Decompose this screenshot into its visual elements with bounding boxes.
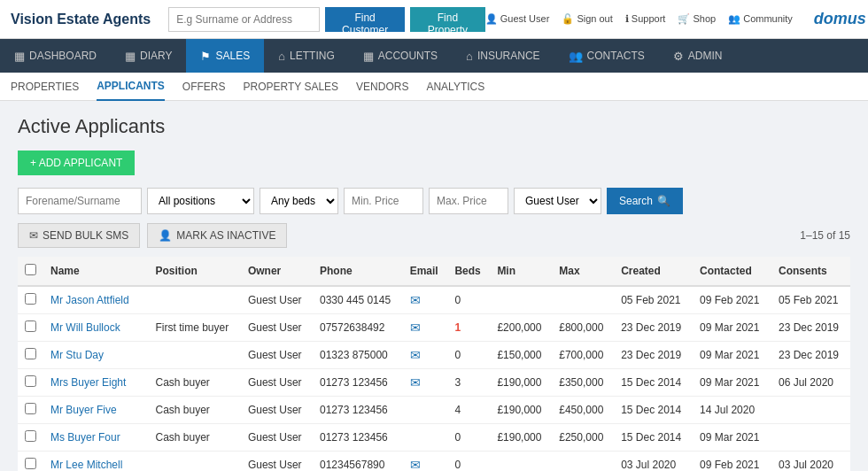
row-email-cell: [403, 424, 448, 452]
search-button[interactable]: Search 🔍: [607, 188, 683, 214]
nav-accounts[interactable]: ▦ ACCOUNTS: [349, 39, 452, 73]
row-beds-cell: 3: [447, 369, 490, 397]
applicant-name-link[interactable]: Mr Lee Mitchell: [50, 459, 122, 471]
row-beds-cell: 0: [447, 424, 490, 452]
nav-insurance[interactable]: ⌂ INSURANCE: [452, 39, 554, 73]
sub-nav-analytics[interactable]: ANALYTICS: [426, 73, 484, 100]
row-created-cell: 05 Feb 2021: [614, 286, 693, 314]
row-consents-cell: 23 Dec 2019: [771, 314, 850, 342]
applicant-name-link[interactable]: Mr Jason Attfield: [50, 294, 129, 306]
row-created-cell: 23 Dec 2019: [614, 342, 693, 369]
applicant-name-link[interactable]: Mrs Buyer Eight: [50, 376, 126, 389]
th-max: Max: [552, 257, 614, 286]
mark-inactive-button[interactable]: 👤 MARK AS INACTIVE: [147, 223, 287, 248]
nav-dashboard[interactable]: ▦ DASHBOARD: [0, 39, 111, 73]
nav-sales[interactable]: ⚑ SALES: [186, 39, 264, 73]
select-all-checkbox[interactable]: [25, 264, 36, 275]
contacts-icon: 👥: [569, 50, 583, 63]
nav-letting[interactable]: ⌂ LETTING: [264, 39, 349, 73]
position-filter-select[interactable]: All positions First time buyer Cash buye…: [147, 188, 254, 214]
th-name: Name: [43, 257, 149, 286]
th-owner: Owner: [241, 257, 313, 286]
row-owner-cell: Guest User: [241, 286, 313, 314]
row-checkbox[interactable]: [25, 293, 36, 305]
sub-nav-applicants[interactable]: APPLICANTS: [97, 73, 165, 101]
owner-filter-select[interactable]: Guest User: [514, 188, 601, 214]
row-max-cell: £700,000: [552, 342, 614, 369]
applicant-name-link[interactable]: Mr Will Bullock: [50, 321, 120, 334]
row-min-cell: £190,000: [490, 369, 552, 397]
row-checkbox-cell: [18, 369, 43, 397]
row-created-cell: 15 Dec 2014: [614, 369, 693, 397]
send-bulk-sms-button[interactable]: ✉ SEND BULK SMS: [18, 223, 140, 248]
applicant-name-link[interactable]: Mr Buyer Five: [50, 404, 117, 416]
support-link[interactable]: ℹ Support: [625, 13, 666, 25]
row-max-cell: £250,000: [552, 424, 614, 452]
find-property-button[interactable]: Find Property: [410, 7, 484, 32]
sub-nav-vendors[interactable]: VENDORS: [356, 73, 408, 100]
sub-nav-offers[interactable]: OFFERS: [182, 73, 226, 100]
row-min-cell: £190,000: [490, 424, 552, 452]
row-contacted-cell: 09 Mar 2021: [693, 314, 771, 342]
th-phone: Phone: [313, 257, 403, 286]
row-email-cell: ✉: [403, 314, 448, 342]
row-checkbox[interactable]: [25, 375, 36, 387]
row-min-cell: [490, 286, 552, 314]
row-name-cell: Mr Buyer Five: [43, 397, 149, 424]
row-owner-cell: Guest User: [241, 452, 313, 472]
filter-row: All positions First time buyer Cash buye…: [18, 188, 850, 214]
guest-user-link[interactable]: 👤 Guest User: [485, 13, 550, 25]
row-position-cell: Cash buyer: [149, 424, 241, 452]
row-phone-cell: 0330 445 0145: [313, 286, 403, 314]
table-row: Mr Stu Day Guest User 01323 875000 ✉ 0 £…: [18, 342, 850, 369]
table-row: Mr Buyer Five Cash buyer Guest User 0127…: [18, 397, 850, 424]
global-search-input[interactable]: [168, 7, 320, 32]
row-min-cell: £190,000: [490, 397, 552, 424]
row-checkbox[interactable]: [25, 458, 36, 469]
row-beds-cell: 0: [447, 342, 490, 369]
row-contacted-cell: 09 Feb 2021: [693, 452, 771, 472]
sms-icon: ✉: [29, 229, 38, 242]
beds-filter-select[interactable]: Any beds 1 2 3 4 5+: [260, 188, 338, 214]
th-consents: Consents: [771, 257, 850, 286]
top-bar: Vision Estate Agents Find Customer Find …: [0, 0, 868, 39]
community-link[interactable]: 👥 Community: [728, 13, 793, 25]
table-header-row: Name Position Owner Phone Email Beds Min…: [18, 257, 850, 286]
row-position-cell: [149, 452, 241, 472]
sub-nav-property-sales[interactable]: PROPERTY SALES: [243, 73, 338, 100]
applicant-name-link[interactable]: Mr Stu Day: [50, 349, 104, 361]
global-search: Find Customer Find Property: [168, 7, 484, 32]
row-max-cell: £450,000: [552, 397, 614, 424]
page-title: Active Applicants: [18, 115, 850, 138]
sign-out-link[interactable]: 🔓 Sign out: [562, 13, 612, 25]
nav-insurance-label: INSURANCE: [477, 50, 540, 62]
max-price-input[interactable]: [429, 188, 508, 214]
applicant-name-link[interactable]: Ms Buyer Four: [50, 431, 120, 444]
row-checkbox[interactable]: [25, 403, 36, 414]
th-position: Position: [149, 257, 241, 286]
th-email: Email: [403, 257, 448, 286]
nav-admin[interactable]: ⚙ ADMIN: [659, 39, 737, 73]
find-customer-button[interactable]: Find Customer: [325, 7, 405, 32]
email-icon: ✉: [410, 293, 421, 307]
nav-contacts[interactable]: 👥 CONTACTS: [554, 39, 659, 73]
row-max-cell: £800,000: [552, 314, 614, 342]
nav-diary[interactable]: ▦ DIARY: [111, 39, 186, 73]
name-filter-input[interactable]: [18, 188, 142, 214]
sub-nav: PROPERTIES APPLICANTS OFFERS PROPERTY SA…: [0, 73, 868, 101]
row-consents-cell: 03 Jul 2020: [771, 452, 850, 472]
row-contacted-cell: 14 Jul 2020: [693, 397, 771, 424]
add-applicant-button[interactable]: + ADD APPLICANT: [18, 151, 135, 175]
sub-nav-properties[interactable]: PROPERTIES: [11, 73, 79, 100]
row-contacted-cell: 09 Mar 2021: [693, 369, 771, 397]
row-checkbox[interactable]: [25, 320, 36, 332]
row-checkbox[interactable]: [25, 348, 36, 359]
row-checkbox[interactable]: [25, 430, 36, 442]
email-icon: ✉: [410, 375, 421, 390]
domus-logo: domus: [814, 10, 866, 28]
row-consents-cell: [771, 397, 850, 424]
min-price-input[interactable]: [344, 188, 423, 214]
row-phone-cell: 01273 123456: [313, 397, 403, 424]
shop-link[interactable]: 🛒 Shop: [678, 13, 716, 25]
row-phone-cell: 01273 123456: [313, 369, 403, 397]
